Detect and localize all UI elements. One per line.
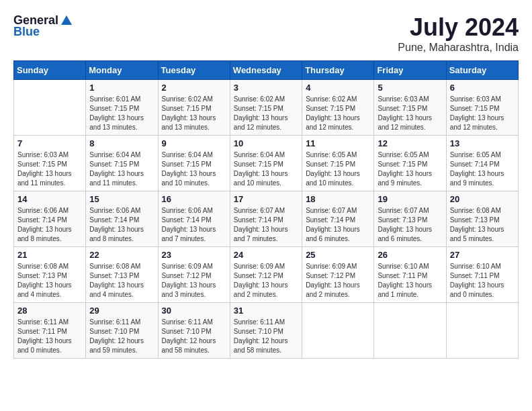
calendar-cell: 3Sunrise: 6:02 AMSunset: 7:15 PMDaylight… [230,80,302,136]
day-info: Sunrise: 6:04 AMSunset: 7:15 PMDaylight:… [89,150,154,188]
day-info: Sunrise: 6:02 AMSunset: 7:15 PMDaylight:… [162,95,226,132]
day-info: Sunrise: 6:08 AMSunset: 7:13 PMDaylight:… [450,206,515,244]
day-number: 4 [306,83,370,93]
day-info: Sunrise: 6:09 AMSunset: 7:12 PMDaylight:… [306,262,370,300]
day-number: 28 [17,306,82,316]
day-info: Sunrise: 6:10 AMSunset: 7:11 PMDaylight:… [378,262,442,300]
header-thursday: Thursday [302,61,374,80]
day-info: Sunrise: 6:09 AMSunset: 7:12 PMDaylight:… [234,262,298,300]
day-info: Sunrise: 6:02 AMSunset: 7:15 PMDaylight:… [234,95,298,132]
day-number: 16 [162,194,226,204]
day-number: 26 [378,250,442,260]
calendar-cell: 19Sunrise: 6:07 AMSunset: 7:13 PMDayligh… [374,191,446,247]
calendar-cell [446,303,518,359]
day-info: Sunrise: 6:05 AMSunset: 7:14 PMDaylight:… [450,150,515,188]
day-info: Sunrise: 6:01 AMSunset: 7:15 PMDaylight:… [89,95,154,132]
day-number: 15 [89,194,154,204]
header-saturday: Saturday [446,61,518,80]
subtitle: Pune, Maharashtra, India [398,42,519,54]
day-number: 18 [306,194,370,204]
calendar-cell: 2Sunrise: 6:02 AMSunset: 7:15 PMDaylight… [158,80,230,136]
day-number: 8 [89,138,154,148]
day-number: 27 [450,250,515,260]
calendar-cell: 14Sunrise: 6:06 AMSunset: 7:14 PMDayligh… [14,191,86,247]
day-info: Sunrise: 6:05 AMSunset: 7:15 PMDaylight:… [306,150,370,188]
day-number: 10 [234,138,298,148]
day-info: Sunrise: 6:07 AMSunset: 7:14 PMDaylight:… [234,206,298,244]
calendar-cell: 16Sunrise: 6:06 AMSunset: 7:14 PMDayligh… [158,191,230,247]
calendar-cell: 27Sunrise: 6:10 AMSunset: 7:11 PMDayligh… [446,247,518,303]
calendar-cell: 24Sunrise: 6:09 AMSunset: 7:12 PMDayligh… [230,247,302,303]
day-info: Sunrise: 6:10 AMSunset: 7:11 PMDaylight:… [450,262,515,300]
day-info: Sunrise: 6:06 AMSunset: 7:14 PMDaylight:… [162,206,226,244]
day-info: Sunrise: 6:08 AMSunset: 7:13 PMDaylight:… [89,262,154,300]
calendar-cell: 30Sunrise: 6:11 AMSunset: 7:10 PMDayligh… [158,303,230,359]
day-number: 13 [450,138,515,148]
calendar-cell: 8Sunrise: 6:04 AMSunset: 7:15 PMDaylight… [86,136,158,191]
header-sunday: Sunday [14,61,86,80]
main-title: July 2024 [398,13,519,42]
calendar-cell: 18Sunrise: 6:07 AMSunset: 7:14 PMDayligh… [302,191,374,247]
day-number: 14 [17,194,82,204]
calendar-cell: 22Sunrise: 6:08 AMSunset: 7:13 PMDayligh… [86,247,158,303]
day-number: 5 [378,83,442,93]
calendar-cell: 4Sunrise: 6:02 AMSunset: 7:15 PMDaylight… [302,80,374,136]
day-number: 19 [378,194,442,204]
header-wednesday: Wednesday [230,61,302,80]
day-info: Sunrise: 6:04 AMSunset: 7:15 PMDaylight:… [234,150,298,188]
calendar-cell: 29Sunrise: 6:11 AMSunset: 7:10 PMDayligh… [86,303,158,359]
day-number: 9 [162,138,226,148]
day-number: 21 [17,250,82,260]
day-number: 23 [162,250,226,260]
header-monday: Monday [86,61,158,80]
day-number: 7 [17,138,82,148]
day-number: 20 [450,194,515,204]
day-info: Sunrise: 6:07 AMSunset: 7:13 PMDaylight:… [378,206,442,244]
day-number: 25 [306,250,370,260]
day-number: 2 [162,83,226,93]
day-info: Sunrise: 6:05 AMSunset: 7:15 PMDaylight:… [378,150,442,188]
day-number: 12 [378,138,442,148]
calendar-cell: 20Sunrise: 6:08 AMSunset: 7:13 PMDayligh… [446,191,518,247]
calendar-cell: 6Sunrise: 6:03 AMSunset: 7:15 PMDaylight… [446,80,518,136]
logo-blue: Blue [13,25,40,39]
day-info: Sunrise: 6:03 AMSunset: 7:15 PMDaylight:… [17,150,82,188]
calendar-cell: 12Sunrise: 6:05 AMSunset: 7:15 PMDayligh… [374,136,446,191]
calendar-cell: 1Sunrise: 6:01 AMSunset: 7:15 PMDaylight… [86,80,158,136]
day-info: Sunrise: 6:06 AMSunset: 7:14 PMDaylight:… [89,206,154,244]
logo-icon [61,15,72,25]
calendar-cell: 5Sunrise: 6:03 AMSunset: 7:15 PMDaylight… [374,80,446,136]
day-info: Sunrise: 6:11 AMSunset: 7:10 PMDaylight:… [89,318,154,355]
calendar-cell [14,80,86,136]
calendar-cell: 13Sunrise: 6:05 AMSunset: 7:14 PMDayligh… [446,136,518,191]
day-number: 3 [234,83,298,93]
day-info: Sunrise: 6:03 AMSunset: 7:15 PMDaylight:… [378,95,442,132]
calendar-cell: 23Sunrise: 6:09 AMSunset: 7:12 PMDayligh… [158,247,230,303]
day-info: Sunrise: 6:11 AMSunset: 7:10 PMDaylight:… [162,318,226,355]
header-tuesday: Tuesday [158,61,230,80]
calendar-cell: 9Sunrise: 6:04 AMSunset: 7:15 PMDaylight… [158,136,230,191]
day-info: Sunrise: 6:11 AMSunset: 7:10 PMDaylight:… [234,318,298,355]
day-info: Sunrise: 6:03 AMSunset: 7:15 PMDaylight:… [450,95,515,132]
header-friday: Friday [374,61,446,80]
day-info: Sunrise: 6:08 AMSunset: 7:13 PMDaylight:… [17,262,82,300]
day-info: Sunrise: 6:02 AMSunset: 7:15 PMDaylight:… [306,95,370,132]
calendar-cell [374,303,446,359]
calendar-cell: 26Sunrise: 6:10 AMSunset: 7:11 PMDayligh… [374,247,446,303]
day-number: 1 [89,83,154,93]
day-info: Sunrise: 6:09 AMSunset: 7:12 PMDaylight:… [162,262,226,300]
day-number: 17 [234,194,298,204]
calendar-cell: 21Sunrise: 6:08 AMSunset: 7:13 PMDayligh… [14,247,86,303]
title-area: July 2024 Pune, Maharashtra, India [398,13,519,54]
calendar-cell: 17Sunrise: 6:07 AMSunset: 7:14 PMDayligh… [230,191,302,247]
calendar-cell: 15Sunrise: 6:06 AMSunset: 7:14 PMDayligh… [86,191,158,247]
calendar-cell [302,303,374,359]
logo: General Blue [13,13,72,39]
day-number: 31 [234,306,298,316]
day-info: Sunrise: 6:11 AMSunset: 7:11 PMDaylight:… [17,318,82,355]
day-number: 30 [162,306,226,316]
day-number: 11 [306,138,370,148]
calendar-cell: 25Sunrise: 6:09 AMSunset: 7:12 PMDayligh… [302,247,374,303]
calendar-cell: 31Sunrise: 6:11 AMSunset: 7:10 PMDayligh… [230,303,302,359]
day-number: 22 [89,250,154,260]
